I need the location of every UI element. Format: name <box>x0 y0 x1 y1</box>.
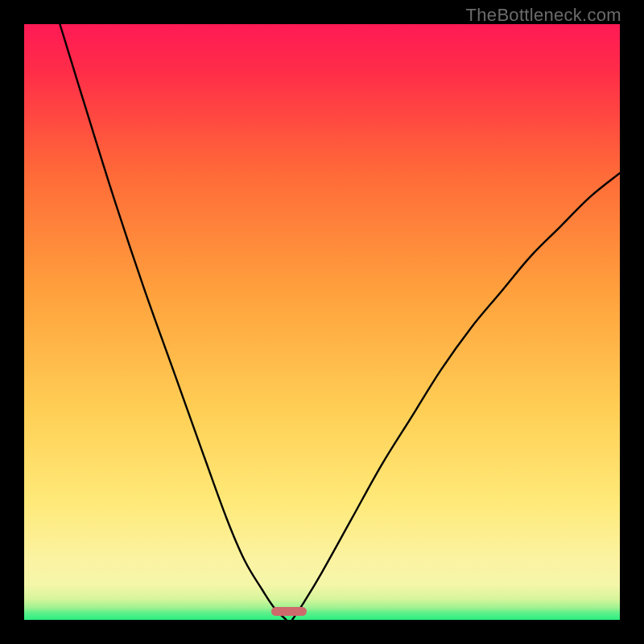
bottleneck-curve-left <box>60 24 286 620</box>
optimal-range-marker <box>271 607 307 616</box>
bottleneck-curve-right <box>292 173 620 620</box>
plot-area <box>24 24 620 620</box>
chart-frame: TheBottleneck.com <box>0 0 644 644</box>
watermark-text: TheBottleneck.com <box>466 5 621 26</box>
curve-layer <box>24 24 620 620</box>
